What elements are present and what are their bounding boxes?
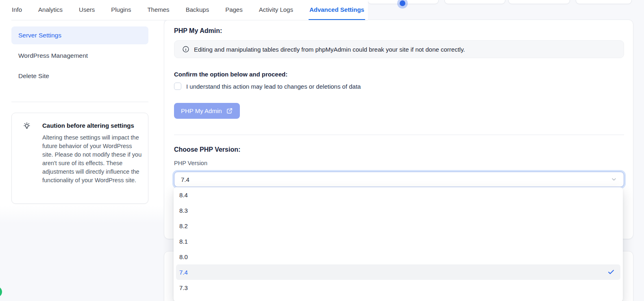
tab-analytics[interactable]: Analytics [37,0,63,20]
choose-php-version-heading: Choose PHP Version: [174,146,240,153]
help-widget-fragment[interactable] [0,286,2,297]
tab-pages[interactable]: Pages [224,0,244,20]
confirm-checkbox-row: I understand this action may lead to cha… [174,83,361,90]
confirm-heading: Confirm the option below and proceed: [174,71,287,78]
php-my-admin-button[interactable]: PHP My Admin [174,103,240,119]
caution-body: Altering these settings will impact the … [42,133,142,185]
cutoff-stat-card[interactable] [444,0,505,4]
info-alert-text: Editing and manipulating tables directly… [194,46,465,53]
tab-themes[interactable]: Themes [146,0,170,20]
php-version-option-8-4[interactable]: 8.4 [174,187,623,203]
section-divider [174,135,624,135]
php-version-dropdown: 8.4 8.3 8.2 8.1 8.0 7.4 7.3 [174,187,623,301]
php-version-option-8-0[interactable]: 8.0 [174,249,623,264]
cutoff-stat-card[interactable] [508,0,570,4]
info-alert: Editing and manipulating tables directly… [174,40,624,58]
php-version-select[interactable]: 7.4 [174,172,624,187]
tab-plugins[interactable]: Plugins [110,0,132,20]
php-my-admin-button-label: PHP My Admin [181,107,222,114]
external-link-icon [222,107,233,114]
sidebar-item-wordpress-management[interactable]: WordPress Management [11,47,148,65]
lightbulb-icon [22,121,31,130]
cursor-click-indicator [397,0,408,9]
info-icon [182,46,189,53]
confirm-checkbox-label[interactable]: I understand this action may lead to cha… [186,83,361,90]
tab-info[interactable]: Info [11,0,23,20]
php-admin-heading: PHP My Admin: [174,27,222,35]
confirm-checkbox[interactable] [174,83,181,90]
caution-title: Caution before altering settings [42,122,134,129]
tab-users[interactable]: Users [78,0,96,20]
php-version-option-label: 7.4 [179,269,188,276]
sidebar-item-server-settings[interactable]: Server Settings [11,26,148,44]
chevron-down-icon [611,176,617,183]
sidebar-item-delete-site[interactable]: Delete Site [11,67,148,85]
tab-bar: Info Analytics Users Plugins Themes Back… [0,0,368,20]
tab-advanced-settings[interactable]: Advanced Settings [309,0,365,20]
php-version-field-label: PHP Version [174,160,207,166]
php-version-selected-value: 7.4 [181,176,189,183]
sidebar-fade [0,205,164,224]
php-version-option-8-2[interactable]: 8.2 [174,218,623,233]
caution-card: Caution before altering settings Alterin… [11,113,148,204]
check-icon [607,268,615,276]
tab-activity-logs[interactable]: Activity Logs [258,0,294,20]
cutoff-stat-card[interactable] [576,0,632,4]
sidebar-divider [11,102,148,102]
php-version-option-8-3[interactable]: 8.3 [174,203,623,218]
advanced-settings-page: Info Analytics Users Plugins Themes Back… [0,0,644,301]
php-version-option-7-3[interactable]: 7.3 [174,280,623,295]
php-version-option-8-1[interactable]: 8.1 [174,233,623,249]
php-version-option-7-4[interactable]: 7.4 [176,264,620,280]
tab-backups[interactable]: Backups [185,0,210,20]
